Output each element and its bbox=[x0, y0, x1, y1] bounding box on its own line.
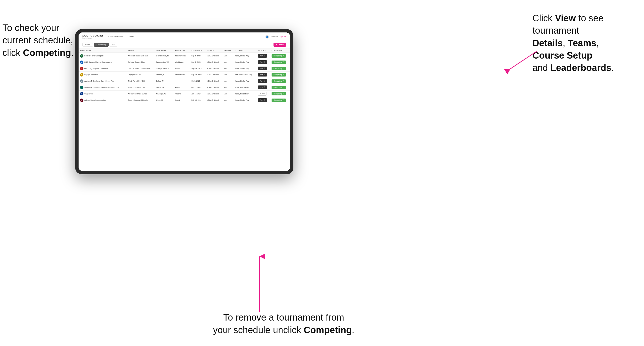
cell-gender: Men bbox=[222, 65, 234, 72]
cell-hosted: Michigan State bbox=[174, 53, 190, 59]
col-city-state: CITY, STATE bbox=[155, 48, 174, 53]
tablet: SCOREBOARD Powered by clippi TOURNAMENTS… bbox=[75, 29, 294, 174]
team-logo: A bbox=[80, 92, 84, 95]
annotation-bottom: To remove a tournament fromyour schedule… bbox=[199, 311, 368, 336]
cell-actions: View ⓘ bbox=[256, 65, 270, 72]
cell-division: NCAA Division I bbox=[205, 72, 222, 78]
cell-division: NCAA Division I bbox=[205, 97, 222, 103]
cell-actions: View ⓘ bbox=[256, 78, 270, 84]
competing-button[interactable]: Competing ✓ bbox=[272, 99, 286, 102]
cell-division: NCAA Division I bbox=[205, 84, 222, 91]
cell-competing: Competing ✓ bbox=[270, 53, 290, 59]
logo-sub: Powered by clippi bbox=[82, 37, 103, 39]
event-name: Folds of Honor Collegiate bbox=[84, 55, 104, 57]
cell-scoring: individual, Stroke Play bbox=[234, 72, 256, 78]
cell-competing: Competing ✓ bbox=[270, 91, 290, 97]
view-button[interactable]: View ⓘ bbox=[258, 60, 267, 64]
team-logo: H bbox=[80, 99, 84, 102]
cell-start: Sep 18, 2023 bbox=[190, 72, 205, 78]
cell-event-name: PPapago Individual bbox=[78, 72, 126, 78]
table-row: PPapago IndividualPapago Golf ClubPhoeni… bbox=[78, 72, 290, 78]
cell-division: NCAA Division I bbox=[205, 91, 222, 97]
col-competing: COMPETING bbox=[270, 48, 290, 53]
table-row: HJohn A. Burns IntercollegiateOcean Cour… bbox=[78, 97, 290, 103]
view-button[interactable]: View ⓘ bbox=[258, 73, 267, 76]
competing-button[interactable]: Competing ✓ bbox=[272, 86, 286, 89]
cell-gender: Men bbox=[222, 72, 234, 78]
cell-actions: View ⓘ bbox=[256, 97, 270, 103]
signout-link[interactable]: Sign out bbox=[280, 36, 286, 37]
cell-gender: Men bbox=[222, 78, 234, 84]
user-name: Test User bbox=[271, 36, 278, 37]
cell-city: Phoenix, AZ bbox=[155, 72, 174, 78]
view-button[interactable]: View ⓘ bbox=[258, 85, 267, 89]
create-button[interactable]: + Create bbox=[274, 43, 286, 47]
view-button[interactable]: View ⓘ bbox=[258, 67, 267, 70]
competing-button[interactable]: Competing ✓ bbox=[272, 54, 286, 58]
team-logo: P bbox=[80, 73, 84, 76]
cell-competing: Competing ✓ bbox=[270, 84, 290, 91]
cell-city: Dallas, TX bbox=[155, 84, 174, 91]
team-logo: W bbox=[80, 60, 84, 64]
cell-event-name: W2023 Sahalee Players Championship bbox=[78, 59, 126, 65]
cell-start: Oct 11, 2023 bbox=[190, 84, 205, 91]
cell-city: Olympia Fields, IL bbox=[155, 65, 174, 72]
tournaments-table: EVENT NAME VENUE CITY, STATE HOSTED BY S… bbox=[78, 48, 290, 103]
nav-teams[interactable]: TEAMS bbox=[127, 36, 134, 38]
table-header-row: EVENT NAME VENUE CITY, STATE HOSTED BY S… bbox=[78, 48, 290, 53]
col-hosted-by: HOSTED BY bbox=[174, 48, 190, 53]
cell-actions: View ⓘ bbox=[256, 59, 270, 65]
competing-button[interactable]: Competing ✓ bbox=[272, 67, 286, 70]
cell-scoring: team, Match Play bbox=[234, 91, 256, 97]
cell-city: Lihue, HI bbox=[155, 97, 174, 103]
nav-tournaments[interactable]: TOURNAMENTS bbox=[108, 36, 124, 38]
cell-venue: Papago Golf Club bbox=[126, 72, 155, 78]
cell-gender: Men bbox=[222, 97, 234, 103]
table-row: ACopper CupAk-Chin Southern DunesMaricop… bbox=[78, 91, 290, 97]
cell-city: Dallas, TX bbox=[155, 78, 174, 84]
col-scoring: SCORING bbox=[234, 48, 256, 53]
cell-venue: Ocean Course At Hokuala bbox=[126, 97, 155, 103]
event-name: John A. Burns Intercollegiate bbox=[84, 99, 106, 101]
competing-button[interactable]: Competing ✓ bbox=[272, 92, 286, 95]
team-logo: J bbox=[80, 79, 84, 83]
competing-button[interactable]: Competing ✓ bbox=[272, 79, 286, 83]
competing-button[interactable]: Competing ✓ bbox=[272, 60, 286, 64]
cell-actions: View ⓘ bbox=[256, 72, 270, 78]
cell-scoring: team, Stroke Play bbox=[234, 97, 256, 103]
tablet-screen: SCOREBOARD Powered by clippi TOURNAMENTS… bbox=[78, 32, 290, 171]
table-row: MFolds of Honor CollegiateAmerican Dunes… bbox=[78, 53, 290, 59]
competing-button[interactable]: Competing ✓ bbox=[272, 73, 286, 76]
cell-gender: Men bbox=[222, 84, 234, 91]
cell-competing: Competing ✓ bbox=[270, 97, 290, 103]
cell-event-name: ACopper Cup bbox=[78, 91, 126, 97]
cell-hosted: Arizona bbox=[174, 91, 190, 97]
table-container: EVENT NAME VENUE CITY, STATE HOSTED BY S… bbox=[78, 48, 290, 171]
view-button[interactable]: View ⓘ bbox=[258, 79, 267, 83]
col-event-name: EVENT NAME bbox=[78, 48, 126, 53]
cell-city: Sammamish, WA bbox=[155, 59, 174, 65]
logo-title: SCOREBOARD bbox=[82, 35, 103, 37]
cell-start: Oct 9, 2023 bbox=[190, 78, 205, 84]
event-name: Papago Individual bbox=[84, 74, 98, 76]
cell-venue: Ak-Chin Southern Dunes bbox=[126, 91, 155, 97]
annotation-bottom-text: To remove a tournament fromyour schedule… bbox=[213, 312, 354, 335]
view-button[interactable]: View ⓘ bbox=[258, 54, 267, 58]
cell-division: NCAA Division I bbox=[205, 78, 222, 84]
cell-city: Maricopa, AZ bbox=[155, 91, 174, 97]
tab-competing[interactable]: Competing bbox=[94, 43, 109, 47]
cell-scoring: team, Stroke Play bbox=[234, 59, 256, 65]
view-button[interactable]: View ⓘ bbox=[258, 98, 267, 102]
sub-header: Home Competing All + Create bbox=[78, 41, 290, 48]
cell-hosted: ABAC bbox=[174, 84, 190, 91]
event-name: Jackson T. Stephens Cup – Stroke Play bbox=[84, 80, 114, 82]
user-icon: 👤 bbox=[266, 35, 269, 38]
cell-competing: Competing ✓ bbox=[270, 72, 290, 78]
cell-scoring: team, Stroke Play bbox=[234, 53, 256, 59]
cell-start: Sep 15, 2023 bbox=[190, 65, 205, 72]
tab-all[interactable]: All bbox=[110, 43, 117, 47]
app-header: SCOREBOARD Powered by clippi TOURNAMENTS… bbox=[78, 32, 290, 41]
cell-event-name: HJohn A. Burns Intercollegiate bbox=[78, 97, 126, 103]
edit-button[interactable]: ✎ Edit bbox=[258, 92, 266, 96]
tab-home[interactable]: Home bbox=[82, 43, 93, 47]
